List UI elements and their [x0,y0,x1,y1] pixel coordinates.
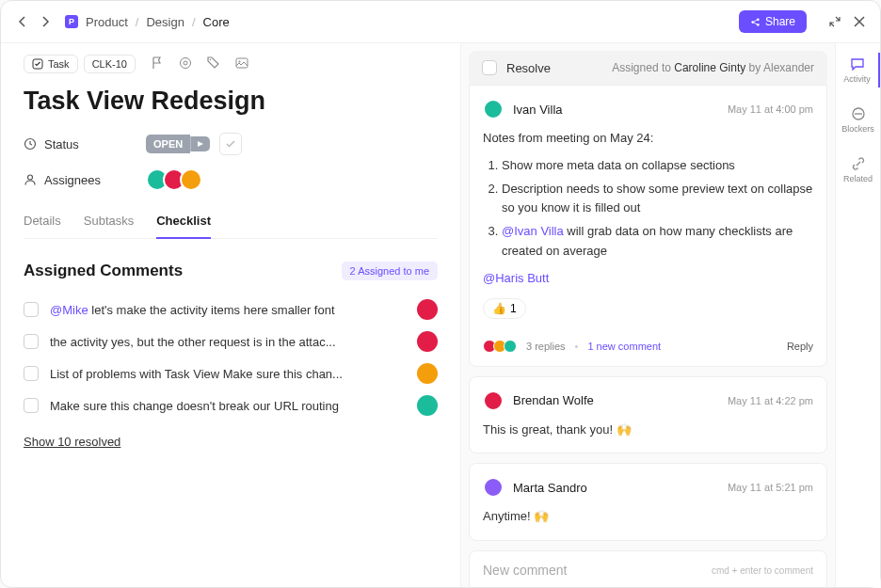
resolve-label: Resolve [506,61,551,75]
avatar[interactable] [483,390,504,411]
comment-body: Anytime! 🙌 [483,507,813,527]
svg-point-5 [184,61,187,65]
status-badge[interactable]: OPEN [146,135,190,153]
show-resolved-link[interactable]: Show 10 resolved [24,435,120,449]
comment-reply: Brendan Wolfe May 11 at 4:22 pm This is … [469,376,827,454]
svg-point-8 [238,61,240,63]
tab-details[interactable]: Details [24,204,61,238]
commenter-name: Ivan Villa [513,103,718,117]
svg-point-2 [757,23,760,25]
breadcrumb-item[interactable]: Core [203,15,230,29]
commenter-name: Brendan Wolfe [513,393,718,407]
breadcrumb-sep: / [192,15,196,29]
task-id-pill[interactable]: CLK-10 [84,55,136,73]
flag-button[interactable] [151,56,166,72]
rail-label: Blockers [841,124,874,134]
reaction-button[interactable]: 👍 1 [483,298,526,319]
list-item: Description needs to show some preview t… [502,180,813,219]
task-title[interactable]: Task View Redesign [24,87,438,116]
avatar [504,340,517,353]
comment-time: May 11 at 5:21 pm [728,482,813,493]
collapse-button[interactable] [827,14,842,29]
breadcrumb-item[interactable]: Design [146,15,184,29]
comment-checkbox[interactable] [24,366,39,381]
comment-time: May 11 at 4:22 pm [728,395,813,406]
mention[interactable]: @Mike [50,303,88,317]
resolve-bar: Resolve Assigned to Caroline Ginty by Al… [469,51,827,85]
comment-time: May 11 at 4:00 pm [728,103,813,115]
assignee-avatars[interactable] [146,168,202,191]
check-icon [225,138,236,150]
rail-label: Activity [843,74,871,84]
avatar[interactable] [483,477,504,498]
replies-count[interactable]: 3 replies [526,341,566,352]
nav-forward-button[interactable] [39,14,54,29]
reply-button[interactable]: Reply [787,341,813,352]
list-item: @Ivan Villa will grab data on how many c… [502,222,813,262]
rail-blockers[interactable]: Blockers [836,103,880,137]
assigned-count-badge[interactable]: 2 Assigned to me [342,262,438,280]
comment-body: This is great, thank you! 🙌 [483,421,813,440]
close-button[interactable] [852,14,867,29]
svg-point-0 [751,21,754,24]
share-button[interactable]: Share [739,10,807,33]
comment-reply: Marta Sandro May 11 at 5:21 pm Anytime! … [469,463,827,541]
status-complete-button[interactable] [219,133,242,155]
avatar[interactable] [417,331,438,352]
side-rail: Activity Blockers Related [835,43,880,587]
sprint-button[interactable] [179,56,194,72]
tag-button[interactable] [207,56,222,72]
thumbs-up-icon: 👍 [492,302,506,315]
tab-checklist[interactable]: Checklist [156,204,211,239]
comment-input[interactable] [483,563,712,578]
svg-point-1 [757,18,760,21]
comment-checkbox[interactable] [24,398,39,413]
avatar[interactable] [483,99,504,119]
comment-row[interactable]: the activity yes, but the other request … [24,326,438,358]
reaction-count: 1 [510,302,517,315]
comment-row[interactable]: List of problems with Task View Make sur… [24,358,438,389]
mention[interactable]: @Ivan Villa [502,224,564,238]
comment-checkbox[interactable] [24,302,39,317]
avatar[interactable] [417,395,438,416]
breadcrumb-item[interactable]: Product [86,15,128,29]
status-field-label: Status [24,137,146,151]
avatar[interactable] [417,299,438,320]
tag-icon [207,56,220,70]
svg-rect-7 [236,58,248,68]
link-icon [851,156,866,171]
avatar[interactable] [417,363,438,384]
image-icon [235,56,248,70]
comment-text: the activity yes, but the other request … [50,335,406,349]
mention[interactable]: @Haris Butt [483,271,549,285]
comment-row[interactable]: Make sure this change doesn't break our … [24,389,438,421]
comment-thread: Ivan Villa May 11 at 4:00 pm Notes from … [469,85,827,367]
share-label: Share [765,15,795,28]
breadcrumb-sep: / [136,15,139,29]
blocked-icon [851,106,866,121]
rail-activity[interactable]: Activity [836,53,880,87]
chevron-left-icon [18,16,25,27]
nav-back-button[interactable] [14,14,29,29]
comment-composer[interactable]: cmd + enter to comment [469,550,827,587]
comment-text: @Mike let's make the activity items here… [50,303,406,317]
status-dropdown[interactable] [190,136,210,151]
resolve-checkbox[interactable] [482,60,497,75]
chevron-right-icon [42,16,50,27]
comment-row[interactable]: @Mike let's make the activity items here… [24,294,438,326]
avatar[interactable] [180,168,202,191]
activity-pane: Resolve Assigned to Caroline Ginty by Al… [460,43,835,587]
breadcrumb: P Product / Design / Core [65,15,230,29]
person-icon [24,173,37,186]
task-type-pill[interactable]: Task [24,55,78,73]
tabs: Details Subtasks Checklist [24,204,438,239]
status-icon [24,137,37,151]
image-button[interactable] [235,56,250,72]
target-icon [179,56,192,70]
tab-subtasks[interactable]: Subtasks [84,204,134,238]
collapse-icon [829,16,841,27]
comment-checkbox[interactable] [24,334,39,349]
play-icon [197,140,204,148]
new-comment-link[interactable]: 1 new comment [587,341,661,352]
rail-related[interactable]: Related [836,152,880,187]
